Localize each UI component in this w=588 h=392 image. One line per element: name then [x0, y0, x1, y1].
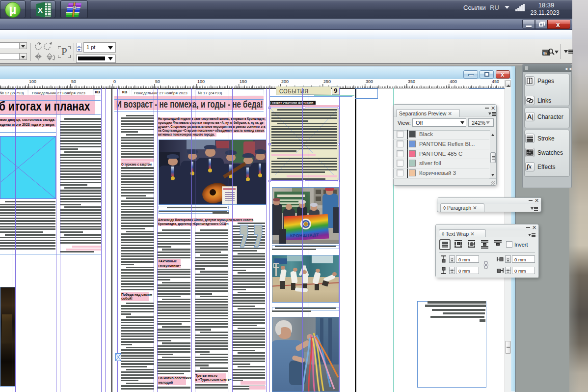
svg-text:µ: µ [9, 2, 17, 17]
svg-text:Br: Br [543, 52, 547, 55]
svg-text:X: X [38, 6, 43, 14]
